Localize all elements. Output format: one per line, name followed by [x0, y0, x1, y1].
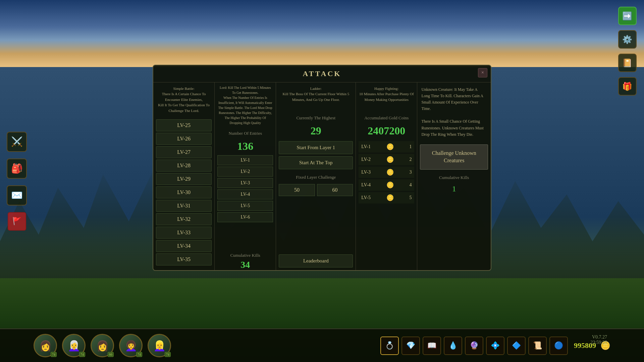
level-item[interactable]: LV-33 — [156, 227, 212, 239]
entry-item[interactable]: LV-4 — [217, 189, 273, 199]
gold-coin-icon: 🪙 — [386, 156, 394, 163]
simple-battle-header: Simple Battle: There Is A Certain Chance… — [153, 82, 214, 117]
modal-header: ATTACK × — [153, 65, 491, 82]
gold-level: LV-2 — [361, 157, 371, 162]
gold-coin-icon: 🪙 — [386, 143, 394, 150]
entries-value: 136 — [215, 139, 276, 154]
gold-row: LV-1 🪙 1 — [359, 141, 414, 153]
fixed-input-2[interactable]: 60 — [317, 184, 353, 196]
entries-label: Number Of Entries — [215, 128, 276, 139]
gold-row: LV-4 🪙 4 — [359, 179, 414, 191]
ladder-buttons: Start From Layer 1 Start At The Top — [276, 138, 356, 172]
gold-level: LV-1 — [361, 144, 371, 149]
modal-close-button[interactable]: × — [478, 68, 487, 77]
unknown-kills-value: 1 — [417, 183, 491, 195]
level-item[interactable]: LV-30 — [156, 186, 212, 198]
highest-value: 29 — [276, 123, 356, 138]
level-item[interactable]: LV-25 — [156, 119, 212, 131]
ladder-column: Ladder: Kill The Boss Of The Current Flo… — [276, 82, 356, 270]
fixed-challenge-inputs: 50 60 — [276, 183, 356, 197]
gold-coin-icon: 🪙 — [386, 181, 394, 189]
level-item[interactable]: LV-26 — [156, 133, 212, 145]
gold-level: LV-4 — [361, 182, 371, 188]
happy-fighting-column: Happy Fighting: 10 Minutes After Purchas… — [356, 82, 417, 270]
level-item[interactable]: LV-29 — [156, 173, 212, 185]
leaderboard-button[interactable]: Leaderboard — [279, 254, 353, 267]
gold-amount: 5 — [409, 195, 412, 200]
entry-item[interactable]: LV-3 — [217, 178, 273, 188]
level-item[interactable]: LV-32 — [156, 213, 212, 225]
challenge-unknown-button[interactable]: Challenge UnknownCreatures — [420, 144, 488, 170]
level-list: LV-25 LV-26 LV-27 LV-28 LV-29 LV-30 LV-3… — [153, 117, 214, 270]
level-item[interactable]: LV-35 — [156, 253, 212, 265]
attack-modal: ATTACK × Simple Battle: There Is A Certa… — [153, 65, 491, 271]
gold-row: LV-3 🪙 3 — [359, 167, 414, 178]
level-item[interactable]: LV-28 — [156, 160, 212, 172]
gold-coins-value: 2407200 — [356, 123, 417, 138]
gold-coins-label: Accumulated Gold Coins — [356, 113, 417, 123]
gold-row: LV-5 🪙 5 — [359, 192, 414, 203]
modal-title: ATTACK — [303, 69, 341, 78]
gold-level: LV-3 — [361, 170, 371, 175]
gold-coin-icon: 🪙 — [386, 194, 394, 201]
gold-amount: 2 — [409, 157, 412, 162]
start-at-top-button[interactable]: Start At The Top — [279, 156, 353, 169]
ladder-header: Ladder: Kill The Boss Of The Current Flo… — [276, 82, 356, 113]
happy-fighting-header: Happy Fighting: 10 Minutes After Purchas… — [356, 82, 417, 113]
unknown-creatures-text: Unknown Creature: It May Take A Long Tim… — [417, 82, 491, 142]
modal-body: Simple Battle: There Is A Certain Chance… — [153, 82, 491, 270]
lord-header: Lord: Kill The Lord Within 5 Minutes To … — [215, 82, 276, 128]
simple-battle-column: Simple Battle: There Is A Certain Chance… — [153, 82, 215, 270]
cumulative-kills-value: 34 — [215, 259, 276, 270]
entry-item[interactable]: LV-6 — [217, 212, 273, 222]
unknown-creatures-column: Unknown Creature: It May Take A Long Tim… — [417, 82, 491, 270]
entry-item[interactable]: LV-2 — [217, 167, 273, 177]
level-item[interactable]: LV-31 — [156, 200, 212, 212]
lord-entries: LV-1 LV-2 LV-3 LV-4 LV-5 LV-6 — [215, 154, 276, 224]
gold-amount: 3 — [409, 170, 412, 175]
fixed-input-1[interactable]: 50 — [279, 184, 315, 196]
entry-item[interactable]: LV-1 — [217, 155, 273, 165]
level-item[interactable]: LV-34 — [156, 240, 212, 252]
level-item[interactable]: LV-27 — [156, 146, 212, 158]
lord-column: Lord: Kill The Lord Within 5 Minutes To … — [215, 82, 276, 270]
fixed-challenge-label: Fixed Layer Challenge — [276, 172, 356, 183]
start-from-layer-button[interactable]: Start From Layer 1 — [279, 141, 353, 154]
gold-level: LV-5 — [361, 195, 371, 200]
gold-amount: 4 — [409, 182, 412, 188]
gold-list: LV-1 🪙 1 LV-2 🪙 2 LV-3 🪙 3 — [356, 138, 417, 270]
cumulative-kills-label: Cumulative Kills — [215, 246, 276, 259]
unknown-kills-label: Cumulative Kills — [417, 172, 491, 183]
modal-overlay: ATTACK × Simple Battle: There Is A Certa… — [0, 0, 644, 362]
highest-label: Currently The Highest — [276, 113, 356, 123]
gold-amount: 1 — [409, 144, 412, 149]
entry-item[interactable]: LV-5 — [217, 201, 273, 211]
gold-coin-icon: 🪙 — [386, 169, 394, 176]
gold-row: LV-2 🪙 2 — [359, 154, 414, 165]
